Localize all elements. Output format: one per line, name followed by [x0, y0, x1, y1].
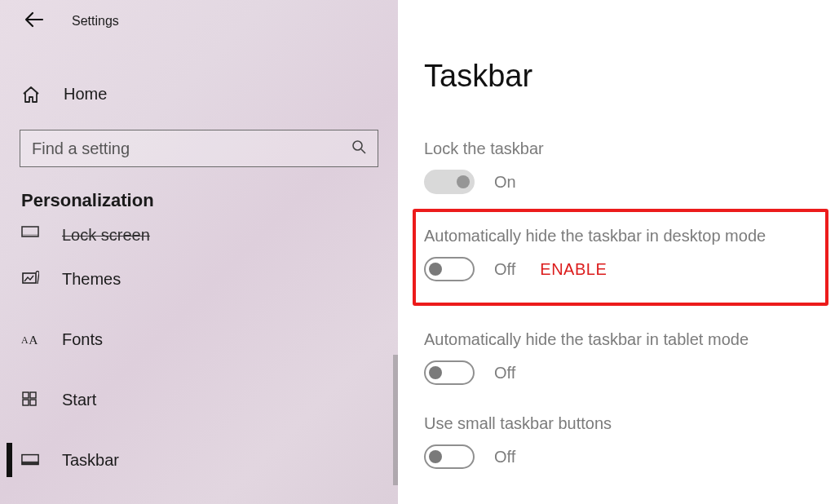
sidebar-home[interactable]: Home: [0, 70, 398, 118]
main-pane: Taskbar Lock the taskbar On Automaticall…: [398, 0, 835, 504]
svg-rect-12: [22, 462, 38, 465]
themes-icon: [21, 271, 39, 287]
sidebar-item-label: Taskbar: [62, 451, 119, 470]
sidebar-item-label: Themes: [62, 270, 121, 289]
sidebar-item-themes[interactable]: Themes: [0, 249, 398, 309]
search-box[interactable]: [20, 130, 378, 167]
search-icon: [351, 139, 366, 157]
sidebar: Settings Home Personalization Lock scree…: [0, 0, 398, 504]
toggle-state: On: [494, 173, 516, 192]
toggle-autohide-tablet[interactable]: [424, 360, 475, 385]
sidebar-section-label: Personalization: [21, 190, 398, 211]
toggle-lock-taskbar[interactable]: [424, 170, 475, 194]
sidebar-home-label: Home: [64, 85, 107, 104]
svg-text:A: A: [29, 333, 38, 347]
setting-autohide-tablet: Automatically hide the taskbar in tablet…: [424, 330, 835, 385]
search-input[interactable]: [32, 139, 351, 158]
sidebar-nav: Lock screen Themes AA Fonts: [0, 226, 398, 490]
setting-label: Lock the taskbar: [424, 139, 835, 158]
sidebar-item-start[interactable]: Start: [0, 369, 398, 430]
svg-rect-10: [30, 400, 36, 405]
svg-rect-9: [23, 400, 29, 405]
sidebar-item-taskbar[interactable]: Taskbar: [0, 430, 398, 490]
sidebar-item-label: Start: [62, 391, 96, 409]
svg-rect-3: [22, 234, 38, 237]
home-icon: [21, 86, 41, 104]
sidebar-item-lockscreen[interactable]: Lock screen: [0, 226, 398, 249]
toggle-state: Off: [494, 448, 515, 466]
setting-small-buttons: Use small taskbar buttons Off: [424, 414, 835, 469]
setting-lock-taskbar: Lock the taskbar On: [424, 139, 835, 194]
taskbar-icon: [21, 453, 39, 466]
svg-rect-7: [23, 392, 29, 398]
sidebar-item-label: Fonts: [62, 330, 103, 349]
scrollbar[interactable]: [393, 355, 398, 485]
toggle-state: Off: [494, 260, 515, 279]
annotation-highlight: Automatically hide the taskbar in deskto…: [413, 209, 828, 306]
lockscreen-icon: [21, 226, 39, 239]
toggle-state: Off: [494, 364, 515, 382]
setting-label: Automatically hide the taskbar in deskto…: [424, 227, 817, 245]
page-title: Taskbar: [424, 59, 835, 94]
sidebar-item-label: Lock screen: [62, 226, 150, 245]
svg-text:A: A: [21, 334, 29, 346]
toggle-autohide-desktop[interactable]: [424, 257, 475, 281]
sidebar-item-fonts[interactable]: AA Fonts: [0, 309, 398, 369]
back-arrow-icon[interactable]: [24, 11, 44, 31]
start-icon: [21, 391, 39, 408]
fonts-icon: AA: [21, 332, 39, 347]
window-title: Settings: [72, 14, 119, 29]
setting-autohide-desktop: Automatically hide the taskbar in deskto…: [424, 227, 817, 281]
svg-line-1: [361, 149, 365, 153]
svg-point-0: [353, 141, 362, 150]
setting-label: Automatically hide the taskbar in tablet…: [424, 330, 835, 349]
svg-rect-8: [30, 392, 36, 398]
toggle-small-buttons[interactable]: [424, 444, 475, 469]
setting-label: Use small taskbar buttons: [424, 414, 835, 433]
annotation-text: ENABLE: [540, 260, 607, 279]
sidebar-header: Settings: [0, 7, 398, 39]
